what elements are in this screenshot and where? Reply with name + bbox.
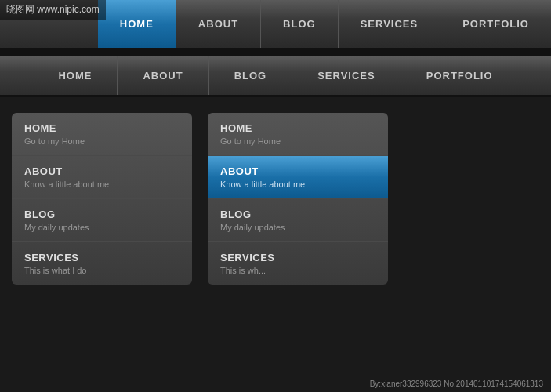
nav2-home[interactable]: HOME	[33, 56, 118, 95]
nav1-blog[interactable]: BLOG	[261, 0, 339, 48]
watermark: 晓图网 www.nipic.com	[0, 0, 106, 20]
nav-separator	[0, 50, 551, 56]
nav2-about[interactable]: ABOUT	[118, 56, 208, 95]
footer-watermark: By:xianer332996323 No.201401101741540613…	[370, 379, 543, 388]
nav-bar-2: HOME ABOUT BLOG SERVICES PORTFOLIO	[0, 56, 551, 97]
nav-items-1: HOME ABOUT BLOG SERVICES PORTFOLIO	[98, 0, 551, 48]
menu2-about[interactable]: ABOUT Know a little about me	[208, 156, 388, 199]
main-content: HOME Go to my Home ABOUT Know a little a…	[0, 97, 551, 300]
menu2-home[interactable]: HOME Go to my Home	[208, 113, 388, 156]
nav1-home[interactable]: HOME	[98, 0, 176, 48]
sidebar-menu-2: HOME Go to my Home ABOUT Know a little a…	[208, 113, 388, 285]
menu2-services[interactable]: SERVICES This is wh...	[208, 242, 388, 285]
nav2-portfolio[interactable]: PORTFOLIO	[401, 56, 518, 95]
menu2-blog[interactable]: BLOG My daily updates	[208, 199, 388, 242]
menu1-blog[interactable]: BLOG My daily updates	[12, 199, 192, 242]
nav1-portfolio[interactable]: PORTFOLIO	[440, 0, 551, 48]
nav2-blog[interactable]: BLOG	[209, 56, 293, 95]
nav2-services[interactable]: SERVICES	[292, 56, 401, 95]
menu1-services[interactable]: SERVICES This is what I do	[12, 242, 192, 285]
nav1-about[interactable]: ABOUT	[176, 0, 261, 48]
menu1-home[interactable]: HOME Go to my Home	[12, 113, 192, 156]
sidebar-menu-1: HOME Go to my Home ABOUT Know a little a…	[12, 113, 192, 285]
nav1-services[interactable]: SERVICES	[339, 0, 441, 48]
menu1-about[interactable]: ABOUT Know a little about me	[12, 156, 192, 199]
nav-items-2: HOME ABOUT BLOG SERVICES PORTFOLIO	[33, 56, 517, 95]
